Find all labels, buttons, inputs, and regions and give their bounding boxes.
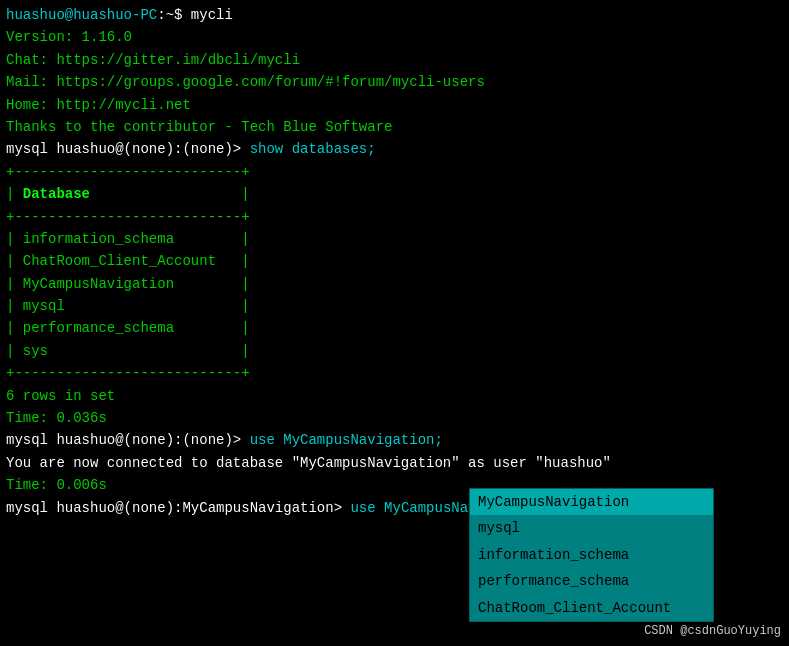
table-row-4: | mysql | xyxy=(6,295,783,317)
table-row-5: | performance_schema | xyxy=(6,317,783,339)
line-7: mysql huashuo@(none):(none)> show databa… xyxy=(6,138,783,160)
table-row-3: | MyCampusNavigation | xyxy=(6,273,783,295)
rows-in-set: 6 rows in set xyxy=(6,385,783,407)
autocomplete-item-0[interactable]: MyCampusNavigation xyxy=(470,489,713,515)
autocomplete-item-2[interactable]: information_schema xyxy=(470,542,713,568)
terminal: huashuo@huashuo-PC:~$ mycli Version: 1.1… xyxy=(0,0,789,646)
prompt-mysql-3: mysql huashuo@(none):MyCampusNavigation> xyxy=(6,500,350,516)
connected-msg: You are now connected to database "MyCam… xyxy=(6,452,783,474)
prompt-user: huashuo@huashuo-PC xyxy=(6,7,157,23)
table-border-top: +---------------------------+ xyxy=(6,161,783,183)
line-use-1: mysql huashuo@(none):(none)> use MyCampu… xyxy=(6,429,783,451)
watermark: CSDN @csdnGuoYuying xyxy=(644,624,781,638)
line-1: huashuo@huashuo-PC:~$ mycli xyxy=(6,4,783,26)
autocomplete-dropdown[interactable]: MyCampusNavigation mysql information_sch… xyxy=(469,488,714,622)
autocomplete-item-1[interactable]: mysql xyxy=(470,515,713,541)
line-3: Chat: https://gitter.im/dbcli/mycli xyxy=(6,49,783,71)
line-4: Mail: https://groups.google.com/forum/#!… xyxy=(6,71,783,93)
table-row-6: | sys | xyxy=(6,340,783,362)
table-border-mid: +---------------------------+ xyxy=(6,206,783,228)
table-header: | Database | xyxy=(6,183,783,205)
prompt-mysql-2: mysql huashuo@(none):(none)> xyxy=(6,432,250,448)
table-row-1: | information_schema | xyxy=(6,228,783,250)
line-5: Home: http://mycli.net xyxy=(6,94,783,116)
table-row-2: | ChatRoom_Client_Account | xyxy=(6,250,783,272)
autocomplete-item-3[interactable]: performance_schema xyxy=(470,568,713,594)
table-border-bot: +---------------------------+ xyxy=(6,362,783,384)
time-1: Time: 0.036s xyxy=(6,407,783,429)
prompt-mysql-1: mysql huashuo@(none):(none)> xyxy=(6,141,250,157)
command-2: use MyCampusNavigation; xyxy=(250,432,443,448)
prompt-path: :~$ mycli xyxy=(157,7,233,23)
autocomplete-item-4[interactable]: ChatRoom_Client_Account xyxy=(470,595,713,621)
line-2: Version: 1.16.0 xyxy=(6,26,783,48)
line-6: Thanks to the contributor - Tech Blue So… xyxy=(6,116,783,138)
command-1: show databases; xyxy=(250,141,376,157)
